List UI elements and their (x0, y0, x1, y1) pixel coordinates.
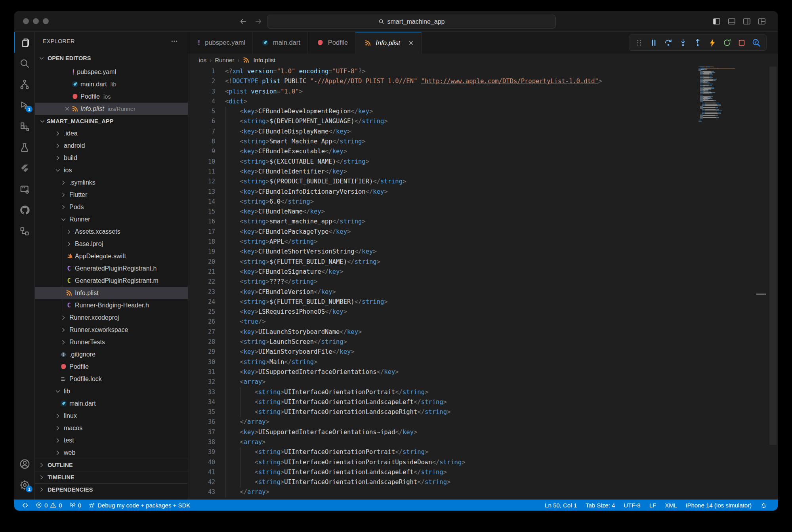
code-line[interactable]: 15 <key>CFBundleName</key> (188, 207, 778, 217)
close-icon[interactable] (408, 40, 414, 46)
breadcrumb-item[interactable]: ios (199, 57, 206, 63)
tree-item-runnertests[interactable]: RunnerTests (35, 336, 188, 348)
ellipsis-icon[interactable] (171, 38, 178, 45)
tree-item-generatedpluginregistrant-h[interactable]: CGeneratedPluginRegistrant.h (35, 262, 188, 275)
tree-item-macos[interactable]: macos (35, 422, 188, 434)
close-icon[interactable] (64, 106, 70, 112)
minimap[interactable] (698, 67, 738, 122)
tree-item-runner-xcworkspace[interactable]: Runner.xcworkspace (35, 324, 188, 336)
tree-item-android[interactable]: android (35, 139, 188, 152)
tree-item--gitignore[interactable]: .gitignore (35, 348, 188, 360)
activity-item-run-and-debug[interactable]: 1 (14, 95, 35, 116)
code-line[interactable]: 37 <key>UISupportedInterfaceOrientations… (188, 427, 778, 437)
tree-item-build[interactable]: build (35, 152, 188, 164)
tree-item-info-plist[interactable]: Info.plist (35, 287, 188, 299)
code-line[interactable]: 41 <string>UIInterfaceOrientationLandsca… (188, 467, 778, 477)
tree-item-web[interactable]: web (35, 446, 188, 459)
stop-button[interactable] (736, 37, 748, 49)
open-editors-header[interactable]: OPEN EDITORS (35, 51, 188, 66)
tab-info-plist[interactable]: Info.plist (355, 32, 421, 53)
breadcrumb-item[interactable]: Info.plist (253, 57, 275, 63)
status-launch-config[interactable]: Debug my code + packages + SDK (85, 500, 194, 511)
code-line[interactable]: 22 <string>????</string> (188, 277, 778, 287)
zoom-window-button[interactable] (43, 18, 49, 24)
code-line[interactable]: 16 <string>smart_machine_app</string> (188, 217, 778, 227)
code-line[interactable]: 27 <key>UILaunchStoryboardName</key> (188, 327, 778, 337)
tree-item-pods[interactable]: Pods (35, 201, 188, 213)
tree-item-lib[interactable]: lib (35, 385, 188, 397)
tree-item-generatedpluginregistrant-m[interactable]: CGeneratedPluginRegistrant.m (35, 275, 188, 287)
code-line[interactable]: 25 <key>LSRequiresIPhoneOS</key> (188, 307, 778, 317)
tree-item--idea[interactable]: .idea (35, 127, 188, 139)
code-line[interactable]: 38 <array> (188, 437, 778, 447)
code-line[interactable]: 9 <key>CFBundleExecutable</key> (188, 147, 778, 156)
status-ports[interactable]: 0 (66, 500, 85, 511)
restart-button[interactable] (721, 37, 733, 49)
tree-item-runner-bridging-header-h[interactable]: CRunner-Bridging-Header.h (35, 299, 188, 311)
code-line[interactable]: 17 <key>CFBundlePackageType</key> (188, 227, 778, 237)
back-arrow-icon[interactable] (239, 17, 247, 25)
code-line[interactable]: 8 <string>Smart Machine App</string> (188, 137, 778, 147)
open-editor-item[interactable]: main.dartlib (35, 78, 188, 90)
layout-grid-icon[interactable] (758, 17, 766, 25)
code-line[interactable]: 6 <string>$(DEVELOPMENT_LANGUAGE)</strin… (188, 116, 778, 126)
activity-item-search[interactable] (14, 53, 35, 74)
code-line[interactable]: 26 <true/> (188, 317, 778, 327)
tree-item--symlinks[interactable]: .symlinks (35, 176, 188, 189)
code-line[interactable]: 35 <string>UIInterfaceOrientationLandsca… (188, 407, 778, 417)
tree-item-flutter[interactable]: Flutter (35, 189, 188, 201)
tree-item-assets-xcassets[interactable]: Assets.xcassets (35, 225, 188, 238)
activity-item-extensions[interactable] (14, 116, 35, 137)
open-devtools-button[interactable] (750, 37, 762, 49)
code-line[interactable]: 24 <string>$(FLUTTER_BUILD_NUMBER)</stri… (188, 297, 778, 307)
breadcrumb-item[interactable]: Runner (215, 57, 234, 63)
code-line[interactable]: 32 <array> (188, 377, 778, 387)
tree-item-runner[interactable]: Runner (35, 213, 188, 225)
code-line[interactable]: 19 <key>CFBundleShortVersionString</key> (188, 247, 778, 257)
panel-bottom-icon[interactable] (728, 17, 736, 25)
tab-main-dart[interactable]: main.dart (253, 32, 308, 53)
tab-pubspec-yaml[interactable]: !pubspec.yaml (188, 32, 253, 53)
status-eol[interactable]: LF (645, 500, 661, 511)
vertical-scrollbar[interactable] (769, 67, 777, 445)
tree-item-appdelegate-swift[interactable]: AppDelegate.swift (35, 250, 188, 262)
step-out-button[interactable] (692, 37, 704, 49)
status-language-mode[interactable]: XML (660, 500, 681, 511)
activity-item-project-manager[interactable] (14, 179, 35, 200)
activity-item-settings[interactable]: 1 (14, 475, 35, 496)
command-center-search[interactable]: smart_machine_app (267, 15, 556, 29)
code-line[interactable]: 34 <string>UIInterfaceOrientationLandsca… (188, 397, 778, 407)
code-line[interactable]: 13 <key>CFBundleInfoDictionaryVersion</k… (188, 187, 778, 197)
code-line[interactable]: 42 <string>UIInterfaceOrientationLandsca… (188, 477, 778, 487)
close-icon[interactable] (408, 40, 414, 46)
code-line[interactable]: 23 <key>CFBundleVersion</key> (188, 287, 778, 297)
code-line[interactable]: 14 <string>6.0</string> (188, 197, 778, 207)
project-root-row[interactable]: SMART_MACHINE_APP (35, 115, 188, 127)
tree-item-ios[interactable]: ios (35, 164, 188, 176)
close-window-button[interactable] (23, 18, 29, 24)
code-line[interactable]: 29 <key>UIMainStoryboardFile</key> (188, 347, 778, 357)
panel-left-icon[interactable] (713, 17, 721, 25)
activity-item-explorer[interactable] (14, 32, 35, 53)
status-device-selector[interactable]: iPhone 14 (ios simulator) (681, 500, 756, 511)
pause-button[interactable] (648, 37, 660, 49)
tree-item-main-dart[interactable]: main.dart (35, 397, 188, 410)
status-encoding[interactable]: UTF-8 (619, 500, 645, 511)
code-line[interactable]: 5 <key>CFBundleDevelopmentRegion</key> (188, 107, 778, 116)
code-line[interactable]: 7 <key>CFBundleDisplayName</key> (188, 127, 778, 137)
code-line[interactable]: 10 <string>$(EXECUTABLE_NAME)</string> (188, 157, 778, 167)
open-editor-item[interactable]: Info.plistios/Runner (35, 103, 188, 115)
code-line[interactable]: 28 <string>LaunchScreen</string> (188, 337, 778, 347)
code-line[interactable]: 31 <key>UISupportedInterfaceOrientations… (188, 367, 778, 377)
code-line[interactable]: 4<dict> (188, 97, 778, 107)
tree-item-test[interactable]: test (35, 434, 188, 446)
sidebar-section-outline[interactable]: OUTLINE (35, 459, 188, 471)
activity-item-flutter[interactable] (14, 158, 35, 179)
sidebar-section-dependencies[interactable]: DEPENDENCIES (35, 483, 188, 496)
status-problems[interactable]: 00 (32, 500, 66, 511)
code-line[interactable]: 36 </array> (188, 417, 778, 427)
code-editor[interactable]: 1<?xml version="1.0" encoding="UTF-8"?>2… (188, 67, 778, 500)
activity-item-testing[interactable] (14, 137, 35, 158)
tab-podfile[interactable]: Podfile (308, 32, 355, 53)
tree-item-podfile[interactable]: Podfile (35, 360, 188, 373)
